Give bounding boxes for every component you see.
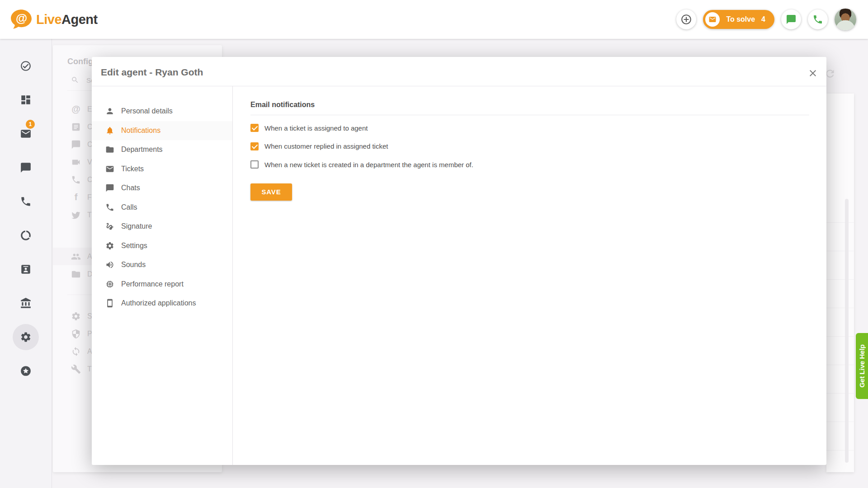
chat-icon <box>20 162 32 174</box>
bell-icon <box>105 126 114 135</box>
chats-button[interactable] <box>781 9 801 29</box>
mail-icon <box>20 128 32 140</box>
volume-icon <box>105 260 114 269</box>
agent-settings-menu: Personal details Notifications Departmen… <box>92 86 233 465</box>
sidebar-item[interactable] <box>0 286 52 320</box>
agent-menu-item[interactable]: Signature <box>92 217 232 236</box>
logo-agent: Agent <box>61 12 98 27</box>
phone-icon <box>20 196 32 207</box>
data-usage-icon <box>20 230 32 241</box>
agent-menu-label: Authorized applications <box>121 299 196 307</box>
svg-text:@: @ <box>16 11 27 25</box>
phone-icon <box>105 203 114 212</box>
left-sidebar: 1 <box>0 39 52 488</box>
agent-menu-item[interactable]: Personal details <box>92 102 232 121</box>
agent-menu-label: Departments <box>121 145 163 154</box>
agent-menu-item[interactable]: Notifications <box>92 121 232 141</box>
agent-menu-item[interactable]: Chats <box>92 178 232 198</box>
to-solve-count: 4 <box>761 15 765 23</box>
calls-button[interactable] <box>808 9 828 29</box>
sidebar-item[interactable] <box>0 354 52 388</box>
sidebar-item[interactable] <box>0 49 52 83</box>
to-solve-label: To solve <box>726 15 755 23</box>
star-circle-icon <box>20 365 32 377</box>
add-circle-icon <box>680 14 692 25</box>
logo-text: LiveAgent <box>36 12 98 27</box>
logo-bubble-icon: @ <box>10 9 33 30</box>
add-new-button[interactable] <box>676 9 696 29</box>
signature-icon <box>105 222 114 231</box>
person-icon <box>105 107 114 116</box>
agent-menu-label: Settings <box>121 242 147 250</box>
logo-live: Live <box>36 12 61 27</box>
contact-card-icon <box>20 263 32 275</box>
mail-icon <box>708 15 717 23</box>
sidebar-item[interactable] <box>0 83 52 117</box>
chip-icon <box>105 280 114 289</box>
agent-menu-item[interactable]: Tickets <box>92 160 232 179</box>
sidebar-item[interactable] <box>0 218 52 252</box>
user-avatar[interactable] <box>835 9 856 30</box>
settings-icon <box>20 331 32 343</box>
liveagent-logo[interactable]: @ LiveAgent <box>10 9 98 30</box>
folder-icon <box>105 145 114 154</box>
checkbox[interactable] <box>250 160 259 169</box>
sidebar-item[interactable] <box>0 150 52 184</box>
agent-menu-label: Performance report <box>121 280 184 288</box>
edit-agent-modal: Edit agent - Ryan Goth Personal details … <box>92 57 826 465</box>
checkbox-label: When a ticket is assigned to agent <box>264 124 368 132</box>
agent-menu-item[interactable]: Departments <box>92 140 232 160</box>
sidebar-item[interactable] <box>0 320 52 354</box>
notification-option-row: When a ticket is assigned to agent <box>250 119 809 137</box>
settings-icon <box>105 241 114 250</box>
agent-menu-label: Chats <box>121 184 140 192</box>
agent-menu-label: Personal details <box>121 107 173 115</box>
sidebar-item[interactable] <box>0 184 52 218</box>
dashboard-icon <box>20 94 32 106</box>
agent-menu-item[interactable]: Sounds <box>92 255 232 275</box>
to-solve-envelope-badge <box>705 12 720 27</box>
chat-icon <box>786 14 797 25</box>
agent-menu-label: Calls <box>121 203 137 211</box>
checkbox-label: When customer replied in assigned ticket <box>264 142 388 150</box>
agent-menu-item[interactable]: Authorized applications <box>92 294 232 313</box>
checkbox-label: When a new ticket is created in a depart… <box>264 161 473 169</box>
chat-icon <box>105 183 114 192</box>
notification-option-row: When customer replied in assigned ticket <box>250 137 809 156</box>
phone-icon <box>812 14 823 25</box>
bank-icon <box>20 297 32 309</box>
modal-title: Edit agent - Ryan Goth <box>101 67 203 78</box>
save-button[interactable]: SAVE <box>250 183 292 201</box>
notification-options: When a ticket is assigned to agent When … <box>250 119 809 174</box>
get-live-help-label: Get Live Help <box>858 344 866 388</box>
smartphone-icon <box>105 299 114 308</box>
get-live-help-tab[interactable]: Get Live Help <box>856 333 868 399</box>
agent-menu-label: Sounds <box>121 261 146 269</box>
agent-menu-label: Tickets <box>121 165 144 173</box>
checkbox[interactable] <box>250 124 259 132</box>
notification-option-row: When a new ticket is created in a depart… <box>250 155 809 174</box>
header-actions: To solve 4 <box>676 0 856 39</box>
to-solve-button[interactable]: To solve 4 <box>703 10 774 29</box>
top-bar: @ LiveAgent To solve 4 <box>0 0 868 39</box>
mail-icon <box>105 164 114 174</box>
agent-menu-item[interactable]: Performance report <box>92 275 232 294</box>
agent-menu-label: Notifications <box>121 127 160 135</box>
divider <box>250 115 809 115</box>
sidebar-item[interactable] <box>0 252 52 286</box>
check-circle-icon <box>20 60 32 72</box>
close-icon[interactable] <box>807 68 818 79</box>
notifications-panel: Email notifications When a ticket is ass… <box>233 86 826 465</box>
unread-badge: 1 <box>26 120 35 129</box>
agent-menu-label: Signature <box>121 222 152 230</box>
sidebar-item[interactable]: 1 <box>0 117 52 150</box>
agent-menu-item[interactable]: Settings <box>92 236 232 256</box>
checkbox[interactable] <box>250 142 259 150</box>
agent-menu-item[interactable]: Calls <box>92 198 232 217</box>
section-heading: Email notifications <box>250 101 809 109</box>
